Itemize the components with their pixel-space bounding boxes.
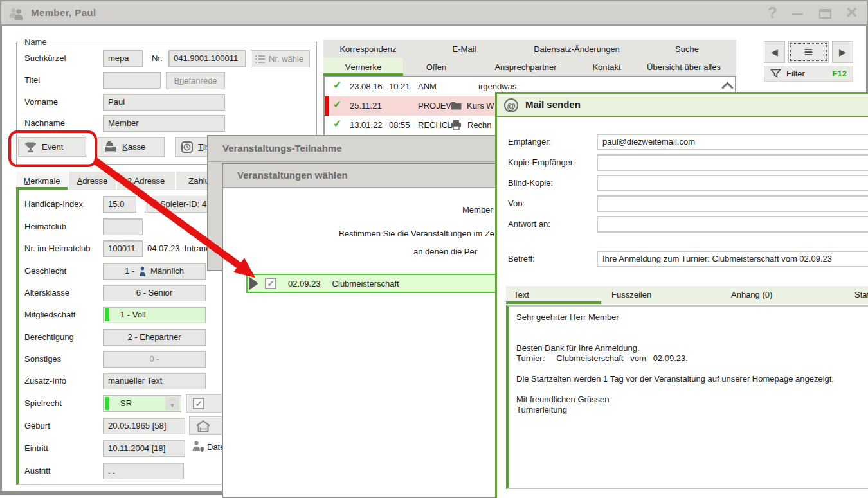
mitgliedschaft-select[interactable]: 1 - Voll: [103, 307, 206, 323]
active-tab-underline: [506, 301, 601, 304]
vorname-input[interactable]: Paul: [103, 94, 225, 111]
checkbox-checked-icon[interactable]: [193, 398, 204, 409]
record-menu-button[interactable]: [788, 41, 829, 63]
tab-kontakt[interactable]: Kontakt: [582, 58, 631, 76]
close-icon[interactable]: [846, 4, 858, 21]
nr-waehle-label: Nr. wähle: [269, 54, 303, 64]
tab-anhang[interactable]: Anhang (0): [731, 286, 772, 304]
austritt-input[interactable]: . .: [103, 463, 184, 479]
spielrecht-checkbox-button[interactable]: [186, 394, 224, 413]
tab-vermerke-label: V̲ermerke: [345, 62, 381, 72]
members-icon: [8, 6, 26, 23]
tab-merkmale-label: M̲erkmale: [23, 176, 60, 186]
chevron-down-icon[interactable]: [165, 397, 179, 410]
nr-heimatclub-label: Nr. im Heimatclub: [24, 241, 91, 256]
sonstiges-label: Sonstiges: [24, 351, 61, 367]
tab-offen-label: O̲ffen: [426, 62, 447, 72]
antwort-an-label: Antwort an:: [508, 216, 550, 232]
mitgliedschaft-label: Mitgliedschaft: [24, 307, 75, 323]
tab-offen[interactable]: O̲ffen: [403, 58, 469, 76]
mail-body-line: Mit freundlichen Grüssen: [516, 395, 868, 405]
eintritt-input[interactable]: 10.11.2004 [18]: [103, 440, 185, 457]
vw-instruction-line2: an denen die Per: [413, 247, 477, 256]
cash-register-icon: [104, 141, 117, 152]
mail-window-titlebar[interactable]: Mail senden: [497, 94, 868, 117]
mail-body-line: [516, 323, 868, 333]
heim-button[interactable]: [189, 416, 224, 435]
titel-input[interactable]: [103, 72, 161, 89]
numbered-list-icon: [255, 55, 265, 64]
filter-button[interactable]: Filter F12: [764, 66, 853, 82]
event-list-item[interactable]: 02.09.23 Clubmeisterschaft: [246, 274, 500, 293]
eintritt-label: Eintritt: [24, 441, 48, 456]
vt-window-title: Veranstaltungs-Teilnahme: [222, 143, 342, 154]
tab-korrespondenz[interactable]: K̲orrespondenz: [323, 40, 413, 58]
nr-waehle-button[interactable]: Nr. wähle: [251, 50, 310, 67]
tab-datensatz-label: D̲atensatz-Änderungen: [534, 44, 620, 54]
tab-suche-label: S̲uche: [675, 44, 699, 54]
tab-uebersicht[interactable]: Übersicht über a̲lles: [631, 58, 736, 76]
mail-body-line: Die Startzeiten werden 1 Tag vor der Ver…: [516, 374, 868, 384]
mail-senden-window: Mail senden Empfänger: paul@diezweitemai…: [495, 92, 868, 498]
tab-suche[interactable]: S̲uche: [638, 40, 736, 58]
datenschutz-button[interactable]: Date: [192, 441, 224, 453]
minimize-icon[interactable]: [792, 13, 803, 15]
empfaenger-input[interactable]: paul@diezweitemail.com: [597, 134, 868, 150]
tab-fusszeilen[interactable]: Fusszeilen: [611, 286, 651, 304]
mail-body-line: Besten Dank für Ihre Anmeldung.: [516, 343, 868, 353]
check-icon: [333, 80, 341, 91]
entry-text: Rechn: [467, 120, 492, 130]
window-border-left: [0, 26, 2, 492]
tab-statistik[interactable]: Stat: [854, 286, 868, 304]
tab-ansprechpartner[interactable]: Ansprechp̲artner: [469, 58, 582, 76]
name-groupbox-legend: Name: [22, 37, 50, 47]
annotation-arrow: [90, 154, 270, 289]
window-title: Member, Paul: [31, 7, 96, 18]
zusatz-info-input[interactable]: manueller Text: [103, 373, 206, 389]
geburt-label: Geburt: [24, 418, 50, 434]
von-input[interactable]: [597, 195, 868, 212]
spielrecht-select[interactable]: SR: [103, 395, 181, 412]
empfaenger-label: Empfänger:: [508, 134, 551, 150]
entry-code: PROJEV: [418, 101, 451, 111]
mitgliedschaft-value: 1 - Voll: [120, 310, 146, 319]
nr-label: Nr.: [152, 51, 163, 66]
mail-body-textarea[interactable]: Sehr geehrter Herr Member Besten Dank fü…: [506, 305, 868, 489]
tab-korrespondenz-label: K̲orrespondenz: [339, 44, 396, 54]
austritt-label: Austritt: [24, 463, 50, 479]
kopie-input[interactable]: [597, 154, 868, 171]
briefanrede-button[interactable]: Br̲iefanrede: [166, 72, 225, 89]
filter-shortcut: F12: [833, 69, 847, 78]
tab-datensatz-aenderungen[interactable]: D̲atensatz-Änderungen: [516, 40, 638, 58]
kopie-label: Kopie-Empfänger:: [508, 154, 575, 170]
sonstiges-select[interactable]: 0 -: [103, 351, 206, 368]
check-icon: [333, 119, 341, 129]
blindkopie-input[interactable]: [597, 175, 868, 191]
house-icon: [195, 420, 211, 432]
entry-text: Kurs W: [467, 101, 494, 111]
tab-email[interactable]: E-M̲ail: [413, 40, 516, 58]
geburt-input[interactable]: 20.05.1965 [58]: [103, 418, 185, 434]
maximize-icon[interactable]: [819, 9, 831, 19]
previous-record-button[interactable]: [764, 41, 785, 63]
briefanrede-label: Br̲iefanrede: [174, 76, 217, 85]
heimatclub-label: Heimatclub: [24, 219, 66, 235]
filter-funnel-icon: [770, 69, 781, 78]
suchkuerzel-input[interactable]: mepa: [103, 50, 143, 67]
berechtigung-select[interactable]: 2 - Ehepartner: [103, 329, 206, 346]
check-icon: [333, 100, 341, 110]
antwort-an-input[interactable]: [597, 216, 868, 233]
filter-label: Filter: [786, 69, 805, 78]
mail-body-line: [516, 364, 868, 374]
spielrecht-label: Spielrecht: [24, 396, 62, 411]
vw-instruction-line1: Bestimmen Sie die Veranstaltungen im Ze: [339, 229, 494, 238]
nr-input[interactable]: 041.9001.100011: [168, 50, 246, 67]
tab-email-label: E-M̲ail: [453, 44, 476, 54]
vorname-label: Vorname: [24, 94, 58, 110]
help-icon[interactable]: [768, 4, 777, 22]
betreff-input[interactable]: Ihre Anmeldung zum Turnier: Clubmeisters…: [597, 251, 868, 267]
tab-ansprechpartner-label: Ansprechp̲artner: [494, 62, 556, 72]
entry-time: 10:21: [389, 82, 410, 92]
nachname-input[interactable]: Member: [103, 115, 225, 132]
next-record-button[interactable]: [832, 41, 853, 63]
